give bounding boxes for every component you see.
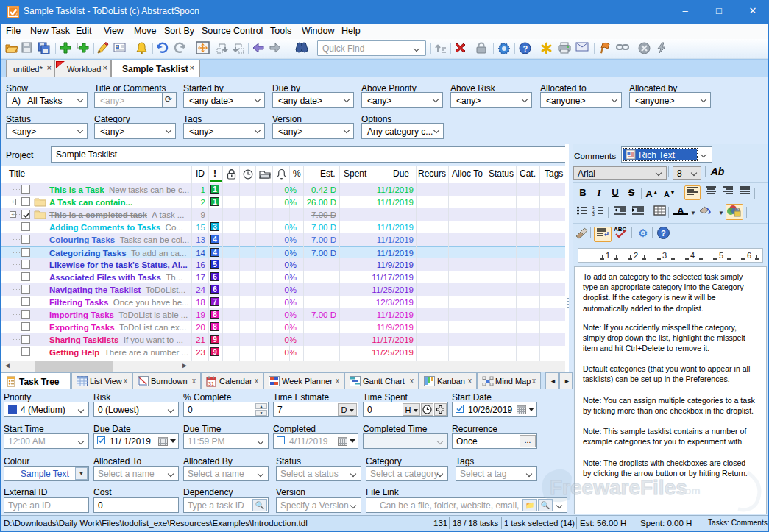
svg-text:3: 3	[592, 212, 595, 216]
svg-text:31: 31	[208, 381, 214, 386]
svg-text:7: 7	[15, 12, 18, 17]
svg-text:?: ?	[661, 229, 666, 238]
svg-text:?: ?	[523, 44, 528, 53]
